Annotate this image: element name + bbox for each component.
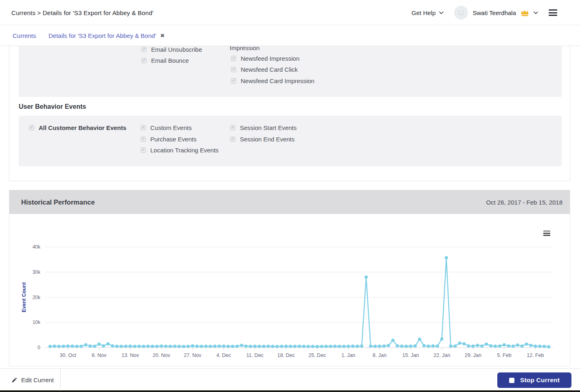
crown-icon [520, 9, 529, 17]
historical-performance-header: Historical Performance Oct 26, 2017 - Fe… [9, 190, 570, 214]
user-behavior-events-panel: All Customer Behavior Events Custom Even… [19, 116, 562, 166]
chart-area: 010k20k30k40kEvent Count30. Oct6. Nov13.… [9, 214, 570, 366]
svg-text:Event Count: Event Count [21, 282, 27, 312]
currents-details-page: Currents > Details for 'S3 Export for Ab… [0, 0, 580, 392]
checkbox-purchase-events[interactable] [141, 137, 146, 142]
edit-current-button[interactable]: Edit Current [11, 369, 54, 391]
tab-currents-label: Currents [13, 32, 36, 39]
checkbox-label: Session Start Events [240, 125, 297, 131]
pencil-icon [11, 377, 18, 383]
svg-text:18. Dec: 18. Dec [277, 352, 295, 358]
breadcrumb[interactable]: Currents > Details for 'S3 Export for Ab… [11, 0, 154, 25]
menu-icon[interactable] [549, 8, 557, 18]
get-help-button[interactable]: Get Help [411, 9, 443, 16]
historical-chart: 010k20k30k40kEvent Count30. Oct6. Nov13.… [9, 214, 570, 366]
checkbox-row-session-end-events: Session End Events [230, 136, 294, 143]
checkbox-custom-events[interactable] [141, 125, 146, 130]
historical-performance-title: Historical Performance [21, 198, 95, 206]
svg-text:10k: 10k [33, 319, 41, 325]
user-behavior-events-heading: User Behavior Events [19, 103, 86, 110]
checkbox-newsfeed-card-click[interactable] [231, 67, 236, 72]
tab-bar: Currents Details for 'S3 Export for Abbe… [0, 25, 580, 46]
svg-text:20. Nov: 20. Nov [153, 352, 171, 358]
tab-details-active[interactable]: Details for 'S3 Export for Abbey & Bond'… [48, 25, 165, 46]
svg-text:30k: 30k [33, 269, 41, 275]
checkbox-label: Purchase Events [150, 136, 196, 143]
tab-details-label: Details for 'S3 Export for Abbey & Bond' [48, 32, 156, 39]
checkbox-row-newsfeed-impression: Newsfeed Impression [231, 55, 299, 62]
svg-text:25. Dec: 25. Dec [308, 352, 326, 358]
svg-text:12. Feb: 12. Feb [527, 352, 544, 358]
checkbox-newsfeed-impression[interactable] [231, 56, 236, 61]
get-help-label: Get Help [411, 9, 435, 16]
checkbox-location-tracking-events[interactable] [141, 148, 146, 153]
svg-text:0: 0 [37, 345, 40, 350]
svg-text:6. Nov: 6. Nov [92, 352, 107, 358]
checkbox-session-start-events[interactable] [230, 125, 235, 130]
chart-context-menu-icon[interactable] [543, 229, 550, 237]
checkbox-row-session-start-events: Session Start Events [230, 125, 297, 131]
header-actions: Get Help Swati Teerdhala [411, 0, 557, 25]
svg-text:13. Nov: 13. Nov [121, 352, 139, 358]
avatar-smiley-icon [454, 6, 468, 20]
checkbox-newsfeed-card-impression[interactable] [231, 78, 236, 84]
chevron-down-icon [534, 11, 538, 14]
svg-text:15. Jan: 15. Jan [402, 352, 419, 358]
svg-text:8. Jan: 8. Jan [373, 352, 387, 358]
avatar [454, 6, 468, 20]
checkbox-row-newsfeed-card-impression: Newsfeed Card Impression [231, 78, 314, 84]
checkbox-all-customer-behavior[interactable] [29, 125, 34, 130]
checkbox-label: Custom Events [150, 125, 192, 131]
edit-current-label: Edit Current [21, 377, 54, 383]
svg-text:29. Jan: 29. Jan [465, 352, 481, 358]
footer-action-bar: Edit Current Stop Current [0, 368, 580, 390]
checkbox-label: Newsfeed Card Impression [241, 78, 314, 84]
checkbox-row-location-tracking-events: Location Tracking Events [141, 147, 219, 154]
top-header: Currents > Details for 'S3 Export for Ab… [0, 0, 580, 25]
checkbox-row-newsfeed-card-click: Newsfeed Card Click [231, 66, 298, 73]
user-menu[interactable]: Swati Teerdhala [454, 6, 538, 20]
chevron-down-icon [439, 11, 444, 14]
svg-text:40k: 40k [33, 244, 41, 250]
svg-text:11. Dec: 11. Dec [246, 352, 264, 358]
svg-text:20k: 20k [33, 295, 41, 300]
svg-text:22. Jan: 22. Jan [433, 352, 450, 358]
close-tab-icon[interactable]: ✖ [160, 33, 165, 38]
export-events-card: Impression Email Unsubscribe Email Bounc… [9, 33, 570, 181]
svg-text:1. Jan: 1. Jan [341, 352, 355, 358]
checkbox-row-email-unsubscribe: Email Unsubscribe [141, 46, 202, 53]
user-name: Swati Teerdhala [473, 9, 516, 16]
checkbox-row-custom-events: Custom Events [141, 125, 192, 131]
svg-text:5. Feb: 5. Feb [497, 352, 511, 358]
checkbox-row-all-customer-behavior: All Customer Behavior Events [29, 125, 126, 131]
checkbox-session-end-events[interactable] [230, 137, 235, 142]
checkbox-label: Newsfeed Impression [241, 55, 299, 62]
message-events-panel: Impression Email Unsubscribe Email Bounc… [19, 40, 562, 97]
checkbox-row-email-bounce: Email Bounce [141, 57, 189, 64]
stop-icon [509, 378, 514, 383]
checkbox-label: Location Tracking Events [150, 147, 219, 154]
checkbox-label: Session End Events [240, 136, 294, 143]
tab-currents[interactable]: Currents [13, 25, 36, 46]
checkbox-email-unsubscribe[interactable] [141, 47, 147, 52]
svg-text:4. Dec: 4. Dec [216, 352, 231, 358]
date-range: Oct 26, 2017 - Feb 15, 2018 [486, 199, 562, 206]
checkbox-label: Newsfeed Card Click [241, 66, 298, 73]
svg-text:27. Nov: 27. Nov [184, 352, 202, 358]
checkbox-email-bounce[interactable] [141, 58, 147, 63]
checkbox-label: Email Unsubscribe [151, 46, 202, 53]
footer-divider [60, 369, 61, 391]
checkbox-row-purchase-events: Purchase Events [141, 136, 196, 143]
stop-current-label: Stop Current [520, 377, 560, 384]
historical-performance-card: Historical Performance Oct 26, 2017 - Fe… [9, 190, 570, 366]
checkbox-label: All Customer Behavior Events [39, 125, 126, 131]
desktop-edge [0, 390, 580, 392]
svg-text:30. Oct: 30. Oct [60, 352, 77, 358]
checkbox-label: Email Bounce [151, 57, 189, 64]
stop-current-button[interactable]: Stop Current [497, 372, 571, 388]
